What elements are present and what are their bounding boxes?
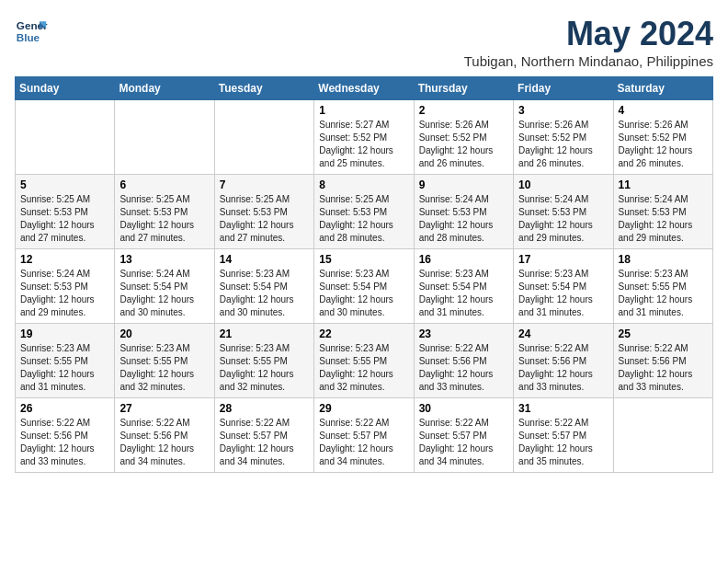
calendar-cell: 4Sunrise: 5:26 AM Sunset: 5:52 PM Daylig… — [613, 100, 712, 175]
day-number: 10 — [518, 178, 608, 191]
day-number: 21 — [220, 327, 309, 340]
day-number: 7 — [220, 178, 309, 191]
calendar-cell: 30Sunrise: 5:22 AM Sunset: 5:57 PM Dayli… — [414, 398, 513, 473]
day-info: Sunrise: 5:23 AM Sunset: 5:55 PM Dayligh… — [619, 268, 708, 319]
day-number: 19 — [20, 327, 109, 340]
calendar-cell: 9Sunrise: 5:24 AM Sunset: 5:53 PM Daylig… — [414, 175, 513, 249]
calendar-cell: 2Sunrise: 5:26 AM Sunset: 5:52 PM Daylig… — [414, 100, 513, 175]
header-wednesday: Wednesday — [314, 77, 414, 100]
day-info: Sunrise: 5:23 AM Sunset: 5:55 PM Dayligh… — [319, 342, 408, 394]
day-number: 20 — [119, 327, 209, 340]
calendar-cell: 16Sunrise: 5:23 AM Sunset: 5:54 PM Dayli… — [414, 249, 513, 324]
day-info: Sunrise: 5:23 AM Sunset: 5:54 PM Dayligh… — [319, 268, 408, 319]
page-header: General Blue May 2024 Tubigan, Northern … — [15, 15, 713, 69]
day-number: 26 — [20, 402, 109, 415]
day-number: 22 — [319, 327, 408, 340]
day-number: 29 — [319, 402, 408, 415]
calendar-cell: 3Sunrise: 5:26 AM Sunset: 5:52 PM Daylig… — [514, 100, 613, 175]
header-thursday: Thursday — [414, 77, 513, 100]
day-info: Sunrise: 5:23 AM Sunset: 5:54 PM Dayligh… — [518, 268, 608, 319]
day-info: Sunrise: 5:22 AM Sunset: 5:57 PM Dayligh… — [419, 417, 508, 468]
calendar-week-row: 19Sunrise: 5:23 AM Sunset: 5:55 PM Dayli… — [16, 324, 713, 398]
calendar-cell: 10Sunrise: 5:24 AM Sunset: 5:53 PM Dayli… — [514, 175, 613, 249]
calendar-cell: 28Sunrise: 5:22 AM Sunset: 5:57 PM Dayli… — [214, 398, 313, 473]
calendar-table: SundayMondayTuesdayWednesdayThursdayFrid… — [15, 76, 713, 473]
day-info: Sunrise: 5:24 AM Sunset: 5:53 PM Dayligh… — [518, 193, 608, 245]
day-info: Sunrise: 5:24 AM Sunset: 5:53 PM Dayligh… — [20, 268, 109, 319]
calendar-header-row: SundayMondayTuesdayWednesdayThursdayFrid… — [16, 77, 713, 100]
calendar-cell: 17Sunrise: 5:23 AM Sunset: 5:54 PM Dayli… — [514, 249, 613, 324]
day-info: Sunrise: 5:26 AM Sunset: 5:52 PM Dayligh… — [619, 119, 708, 170]
day-info: Sunrise: 5:25 AM Sunset: 5:53 PM Dayligh… — [319, 193, 408, 245]
calendar-cell — [214, 100, 313, 175]
day-info: Sunrise: 5:24 AM Sunset: 5:54 PM Dayligh… — [119, 268, 209, 319]
calendar-cell: 11Sunrise: 5:24 AM Sunset: 5:53 PM Dayli… — [613, 175, 712, 249]
day-info: Sunrise: 5:23 AM Sunset: 5:55 PM Dayligh… — [119, 342, 209, 394]
calendar-cell: 27Sunrise: 5:22 AM Sunset: 5:56 PM Dayli… — [115, 398, 214, 473]
day-info: Sunrise: 5:24 AM Sunset: 5:53 PM Dayligh… — [619, 193, 708, 245]
day-info: Sunrise: 5:24 AM Sunset: 5:53 PM Dayligh… — [419, 193, 508, 245]
day-number: 2 — [419, 104, 508, 117]
calendar-cell: 21Sunrise: 5:23 AM Sunset: 5:55 PM Dayli… — [214, 324, 313, 398]
calendar-cell: 6Sunrise: 5:25 AM Sunset: 5:53 PM Daylig… — [115, 175, 214, 249]
calendar-cell — [16, 100, 115, 175]
header-saturday: Saturday — [613, 77, 712, 100]
calendar-cell: 13Sunrise: 5:24 AM Sunset: 5:54 PM Dayli… — [115, 249, 214, 324]
calendar-week-row: 5Sunrise: 5:25 AM Sunset: 5:53 PM Daylig… — [16, 175, 713, 249]
header-tuesday: Tuesday — [214, 77, 313, 100]
day-number: 9 — [419, 178, 508, 191]
day-number: 8 — [319, 178, 408, 191]
calendar-cell: 1Sunrise: 5:27 AM Sunset: 5:52 PM Daylig… — [314, 100, 414, 175]
calendar-cell: 14Sunrise: 5:23 AM Sunset: 5:54 PM Dayli… — [214, 249, 313, 324]
day-number: 5 — [20, 178, 109, 191]
calendar-cell: 29Sunrise: 5:22 AM Sunset: 5:57 PM Dayli… — [314, 398, 414, 473]
day-number: 11 — [619, 178, 708, 191]
day-info: Sunrise: 5:22 AM Sunset: 5:56 PM Dayligh… — [419, 342, 508, 394]
header-sunday: Sunday — [16, 77, 115, 100]
day-info: Sunrise: 5:22 AM Sunset: 5:56 PM Dayligh… — [619, 342, 708, 394]
day-info: Sunrise: 5:22 AM Sunset: 5:56 PM Dayligh… — [119, 417, 209, 468]
calendar-cell: 22Sunrise: 5:23 AM Sunset: 5:55 PM Dayli… — [314, 324, 414, 398]
calendar-week-row: 1Sunrise: 5:27 AM Sunset: 5:52 PM Daylig… — [16, 100, 713, 175]
day-info: Sunrise: 5:25 AM Sunset: 5:53 PM Dayligh… — [220, 193, 309, 245]
calendar-cell: 19Sunrise: 5:23 AM Sunset: 5:55 PM Dayli… — [16, 324, 115, 398]
calendar-cell: 5Sunrise: 5:25 AM Sunset: 5:53 PM Daylig… — [16, 175, 115, 249]
day-info: Sunrise: 5:23 AM Sunset: 5:55 PM Dayligh… — [20, 342, 109, 394]
calendar-cell: 7Sunrise: 5:25 AM Sunset: 5:53 PM Daylig… — [214, 175, 313, 249]
day-number: 14 — [220, 253, 309, 266]
calendar-week-row: 12Sunrise: 5:24 AM Sunset: 5:53 PM Dayli… — [16, 249, 713, 324]
day-info: Sunrise: 5:23 AM Sunset: 5:55 PM Dayligh… — [220, 342, 309, 394]
calendar-cell: 31Sunrise: 5:22 AM Sunset: 5:57 PM Dayli… — [514, 398, 613, 473]
calendar-cell: 25Sunrise: 5:22 AM Sunset: 5:56 PM Dayli… — [613, 324, 712, 398]
day-number: 28 — [220, 402, 309, 415]
calendar-cell: 15Sunrise: 5:23 AM Sunset: 5:54 PM Dayli… — [314, 249, 414, 324]
day-number: 6 — [119, 178, 209, 191]
day-info: Sunrise: 5:22 AM Sunset: 5:56 PM Dayligh… — [518, 342, 608, 394]
day-info: Sunrise: 5:22 AM Sunset: 5:57 PM Dayligh… — [518, 417, 608, 468]
calendar-cell: 8Sunrise: 5:25 AM Sunset: 5:53 PM Daylig… — [314, 175, 414, 249]
logo-icon: General Blue — [15, 15, 48, 48]
day-number: 18 — [619, 253, 708, 266]
day-number: 25 — [619, 327, 708, 340]
day-info: Sunrise: 5:22 AM Sunset: 5:57 PM Dayligh… — [220, 417, 309, 468]
calendar-cell: 20Sunrise: 5:23 AM Sunset: 5:55 PM Dayli… — [115, 324, 214, 398]
day-number: 31 — [518, 402, 608, 415]
header-friday: Friday — [514, 77, 613, 100]
day-info: Sunrise: 5:26 AM Sunset: 5:52 PM Dayligh… — [419, 119, 508, 170]
day-number: 27 — [119, 402, 209, 415]
logo: General Blue — [15, 15, 48, 48]
month-title: May 2024 — [464, 15, 713, 53]
day-info: Sunrise: 5:26 AM Sunset: 5:52 PM Dayligh… — [518, 119, 608, 170]
day-info: Sunrise: 5:23 AM Sunset: 5:54 PM Dayligh… — [220, 268, 309, 319]
day-number: 15 — [319, 253, 408, 266]
svg-text:Blue: Blue — [17, 31, 40, 43]
day-info: Sunrise: 5:22 AM Sunset: 5:57 PM Dayligh… — [319, 417, 408, 468]
day-number: 30 — [419, 402, 508, 415]
day-number: 24 — [518, 327, 608, 340]
day-number: 17 — [518, 253, 608, 266]
day-number: 12 — [20, 253, 109, 266]
day-number: 3 — [518, 104, 608, 117]
day-info: Sunrise: 5:25 AM Sunset: 5:53 PM Dayligh… — [20, 193, 109, 245]
header-monday: Monday — [115, 77, 214, 100]
day-number: 23 — [419, 327, 508, 340]
